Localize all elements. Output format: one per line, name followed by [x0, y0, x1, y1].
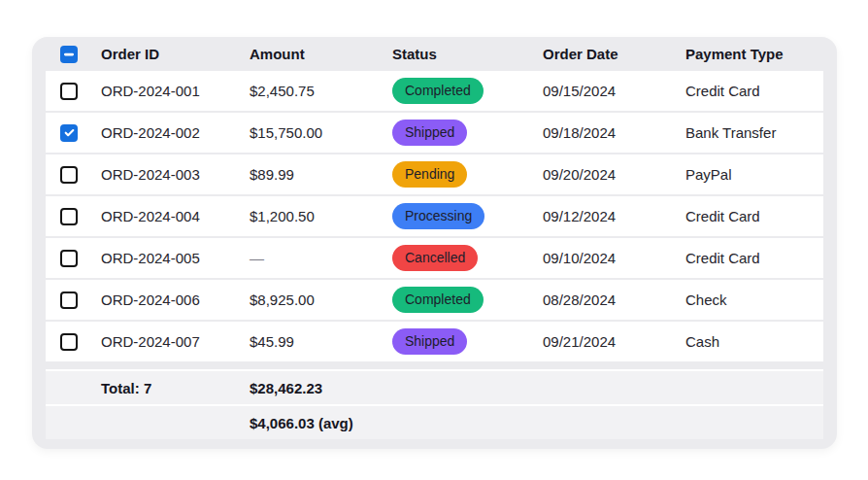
status-badge: Shipped — [392, 328, 467, 355]
footer-total-label: Total: 7 — [101, 380, 250, 396]
order-id-cell: ORD-2024-003 — [101, 166, 250, 183]
row-checkbox[interactable] — [60, 208, 78, 225]
row-checkbox[interactable] — [60, 124, 78, 142]
footer-total-row: Total: 7 $28,462.23 — [46, 369, 823, 404]
order-date-cell: 08/28/2024 — [543, 291, 685, 308]
table-row: ORD-2024-001 $2,450.75 Completed 09/15/2… — [46, 71, 823, 111]
checkmark-icon — [63, 126, 76, 139]
row-checkbox[interactable] — [60, 83, 78, 100]
column-header-order-date: Order Date — [543, 46, 685, 62]
order-date-cell: 09/21/2024 — [543, 333, 685, 350]
table-row: ORD-2024-004 $1,200.50 Processing 09/12/… — [46, 196, 823, 236]
table-row: ORD-2024-002 $15,750.00 Shipped 09/18/20… — [46, 113, 823, 153]
order-id-cell: ORD-2024-001 — [101, 83, 250, 99]
amount-cell: $89.99 — [250, 166, 392, 183]
table-body: ORD-2024-001 $2,450.75 Completed 09/15/2… — [46, 71, 823, 361]
orders-table-card: Order ID Amount Status Order Date Paymen… — [32, 37, 837, 449]
column-header-payment-type: Payment Type — [685, 46, 823, 62]
table-row: ORD-2024-005 — Cancelled 09/10/2024 Cred… — [46, 238, 823, 278]
status-badge: Cancelled — [392, 245, 478, 271]
footer-total-amount: $28,462.23 — [250, 380, 392, 396]
row-checkbox[interactable] — [60, 291, 78, 309]
status-badge: Pending — [392, 161, 467, 188]
amount-cell: — — [250, 250, 392, 266]
amount-cell: $2,450.75 — [250, 83, 392, 99]
payment-type-cell: Credit Card — [685, 250, 823, 266]
table-row: ORD-2024-007 $45.99 Shipped 09/21/2024 C… — [46, 322, 823, 361]
column-header-status: Status — [392, 46, 543, 62]
select-all-checkbox[interactable] — [60, 46, 78, 63]
order-id-cell: ORD-2024-004 — [101, 208, 250, 224]
order-id-cell: ORD-2024-002 — [101, 124, 250, 141]
payment-type-cell: Credit Card — [685, 208, 823, 224]
table-row: ORD-2024-003 $89.99 Pending 09/20/2024 P… — [46, 154, 823, 194]
amount-cell: $1,200.50 — [250, 208, 392, 224]
payment-type-cell: Cash — [685, 333, 823, 350]
indeterminate-minus-icon — [63, 49, 75, 60]
payment-type-cell: Check — [685, 291, 823, 308]
column-header-amount: Amount — [250, 46, 392, 62]
payment-type-cell: Bank Transfer — [685, 124, 823, 141]
amount-cell: $8,925.00 — [250, 291, 392, 308]
order-id-cell: ORD-2024-007 — [101, 333, 250, 350]
row-checkbox[interactable] — [60, 333, 78, 351]
order-date-cell: 09/12/2024 — [543, 208, 685, 224]
footer-average-row: $4,066.03 (avg) — [46, 404, 823, 439]
order-id-cell: ORD-2024-005 — [101, 250, 250, 266]
payment-type-cell: PayPal — [685, 166, 823, 183]
order-date-cell: 09/10/2024 — [543, 250, 685, 266]
footer-avg-amount: $4,066.03 (avg) — [250, 415, 392, 431]
status-badge: Completed — [392, 78, 484, 104]
column-header-order-id: Order ID — [101, 46, 250, 62]
amount-cell: $15,750.00 — [250, 124, 392, 141]
status-badge: Completed — [392, 287, 484, 313]
payment-type-cell: Credit Card — [685, 83, 823, 99]
row-checkbox[interactable] — [60, 250, 78, 267]
status-badge: Processing — [392, 203, 484, 229]
row-checkbox[interactable] — [60, 166, 78, 184]
table-header-row: Order ID Amount Status Order Date Paymen… — [46, 37, 823, 71]
order-date-cell: 09/20/2024 — [543, 166, 685, 183]
table-row: ORD-2024-006 $8,925.00 Completed 08/28/2… — [46, 280, 823, 320]
order-date-cell: 09/18/2024 — [543, 124, 685, 141]
status-badge: Shipped — [392, 120, 467, 146]
order-date-cell: 09/15/2024 — [543, 83, 685, 99]
order-id-cell: ORD-2024-006 — [101, 291, 250, 308]
amount-cell: $45.99 — [250, 333, 392, 350]
